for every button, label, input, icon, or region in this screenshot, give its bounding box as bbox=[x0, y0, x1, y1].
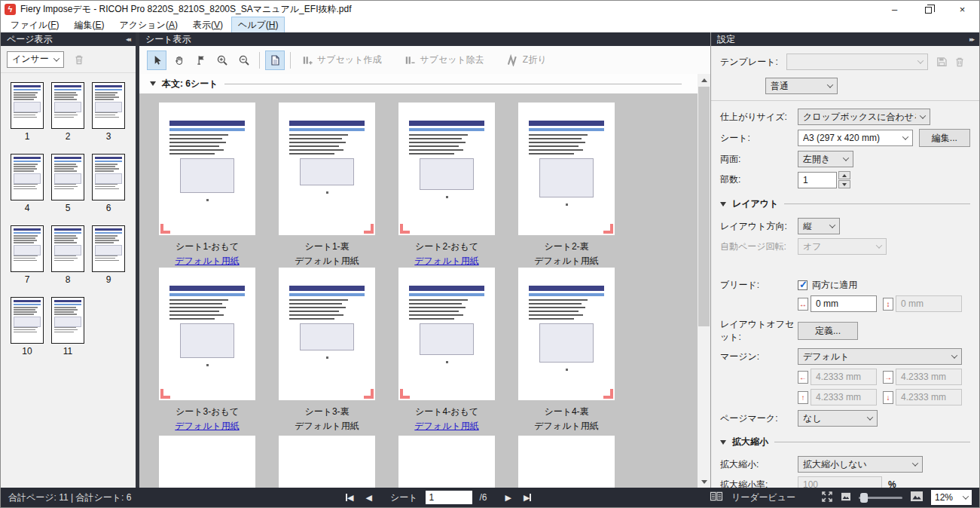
sheet-item[interactable]: シート3-裏デフォルト用紙 bbox=[279, 268, 375, 433]
subset-remove-button[interactable]: サブセット除去 bbox=[398, 54, 488, 66]
page-mark-dropdown[interactable]: なし bbox=[798, 410, 878, 427]
subset-create-button[interactable]: サブセット作成 bbox=[296, 54, 386, 66]
sheet-preview[interactable] bbox=[279, 268, 375, 400]
sheet-preview[interactable] bbox=[159, 268, 255, 400]
sheet-preview[interactable] bbox=[159, 103, 255, 235]
scale-dropdown[interactable]: 拡大縮小しない bbox=[798, 456, 923, 473]
pan-tool-button[interactable] bbox=[169, 50, 188, 70]
page-thumbnail[interactable]: 2 bbox=[51, 82, 84, 142]
menu-action[interactable]: アクション(A) bbox=[112, 17, 184, 34]
copies-decrement-button[interactable] bbox=[838, 180, 850, 188]
zoom-slider[interactable] bbox=[859, 497, 902, 499]
save-template-icon[interactable] bbox=[936, 56, 948, 68]
expand-panel-icon[interactable]: ▸▸ bbox=[969, 35, 973, 43]
bleed-horizontal-input[interactable]: 0 mm bbox=[811, 295, 877, 312]
minimize-button[interactable]: – bbox=[878, 1, 911, 17]
page-thumbnail[interactable]: 3 bbox=[92, 82, 125, 142]
sheet-item[interactable]: シート4-おもてデフォルト用紙 bbox=[398, 268, 495, 433]
zoom-in-tool-button[interactable] bbox=[212, 50, 232, 70]
sheet-preview[interactable] bbox=[518, 268, 615, 400]
restore-button[interactable] bbox=[911, 1, 945, 17]
template-label: テンプレート: bbox=[720, 56, 786, 69]
duplex-dropdown[interactable]: 左開き bbox=[798, 151, 853, 167]
sheet-item[interactable]: シート4-裏デフォルト用紙 bbox=[518, 268, 615, 433]
first-sheet-button[interactable]: ◀ bbox=[346, 493, 353, 503]
collapse-panel-icon[interactable]: ◂◂ bbox=[126, 35, 130, 43]
z-fold-button[interactable]: Z折り bbox=[502, 54, 551, 66]
page-thumbnail[interactable]: 5 bbox=[51, 154, 84, 213]
template-dropdown[interactable] bbox=[786, 54, 928, 70]
sheet-item-partial[interactable] bbox=[398, 433, 495, 488]
layout-offset-label: レイアウトオフセット: bbox=[720, 318, 798, 344]
zoom-slider-thumb[interactable] bbox=[860, 493, 868, 503]
zoom-out-image-icon[interactable] bbox=[841, 492, 851, 503]
sheet-preview[interactable] bbox=[398, 268, 495, 400]
sheet-canvas[interactable]: シート1-おもてデフォルト用紙シート1-裏デフォルト用紙シート2-おもてデフォル… bbox=[139, 93, 710, 488]
finish-size-dropdown[interactable]: クロップボックスに合わせる bbox=[798, 109, 930, 125]
scrollbar-thumb[interactable] bbox=[698, 87, 710, 326]
sheet-item[interactable]: シート3-おもてデフォルト用紙 bbox=[159, 268, 255, 433]
close-button[interactable]: × bbox=[945, 1, 979, 17]
sheet-item[interactable]: シート2-裏デフォルト用紙 bbox=[518, 103, 615, 268]
copies-input[interactable]: 1 bbox=[798, 172, 837, 188]
sheet-number-input[interactable] bbox=[426, 491, 472, 504]
page-thumbnail[interactable]: 7 bbox=[11, 225, 44, 285]
page-thumbnail[interactable]: 8 bbox=[51, 225, 84, 285]
next-sheet-button[interactable]: ▶ bbox=[505, 493, 511, 503]
sheet-content-view-button[interactable] bbox=[265, 50, 285, 70]
sheet-media-link[interactable]: デフォルト用紙 bbox=[159, 420, 255, 433]
page-thumbnail[interactable]: 10 bbox=[11, 297, 44, 357]
page-thumbnail[interactable]: 1 bbox=[11, 82, 44, 142]
sheet-item[interactable]: シート2-おもてデフォルト用紙 bbox=[398, 103, 495, 268]
scroll-down-arrow[interactable] bbox=[698, 476, 710, 488]
bleed-both-checkbox[interactable]: ✓ bbox=[798, 280, 808, 290]
reader-view-label[interactable]: リーダービュー bbox=[731, 491, 795, 504]
zoom-in-image-icon[interactable] bbox=[910, 491, 924, 504]
page-thumbnail[interactable]: 9 bbox=[92, 225, 125, 285]
insert-dropdown[interactable]: インサート bbox=[7, 51, 64, 68]
menubar: ファイル(F)編集(E)アクション(A)表示(V)ヘルプ(H) bbox=[1, 17, 979, 32]
sheet-item-partial[interactable] bbox=[159, 433, 255, 488]
margin-dropdown[interactable]: デフォルト bbox=[798, 348, 962, 365]
last-sheet-button[interactable]: ▶ bbox=[524, 493, 531, 503]
sheet-item-partial[interactable] bbox=[518, 433, 615, 488]
sheet-item-partial[interactable] bbox=[279, 433, 375, 488]
measure-tool-button[interactable] bbox=[191, 50, 210, 70]
sheet-media: デフォルト用紙 bbox=[518, 420, 615, 433]
layout-section-header[interactable]: レイアウト bbox=[720, 197, 970, 210]
menu-file[interactable]: ファイル(F) bbox=[4, 17, 66, 34]
menu-help[interactable]: ヘルプ(H) bbox=[231, 17, 285, 34]
delete-template-icon[interactable] bbox=[954, 56, 966, 68]
window-title: Fiery Imposeデモ - RICOH Pro 8220S_8210S_8… bbox=[20, 3, 351, 16]
sheet-item[interactable]: シート1-おもてデフォルト用紙 bbox=[159, 103, 255, 268]
reader-view-icon[interactable] bbox=[709, 491, 724, 504]
select-tool-button[interactable] bbox=[147, 50, 166, 70]
sheet-preview[interactable] bbox=[518, 103, 615, 235]
sheet-preview[interactable] bbox=[398, 103, 495, 235]
menu-view[interactable]: 表示(V) bbox=[186, 17, 230, 34]
edit-sheet-button[interactable]: 編集... bbox=[919, 129, 970, 147]
zoom-level-dropdown[interactable]: 12% bbox=[931, 490, 972, 505]
trash-icon[interactable] bbox=[73, 54, 85, 66]
scroll-up-arrow[interactable] bbox=[698, 74, 710, 86]
vertical-scrollbar[interactable] bbox=[698, 74, 710, 488]
page-thumbnail[interactable]: 6 bbox=[92, 154, 125, 213]
sheet-media-link[interactable]: デフォルト用紙 bbox=[159, 255, 255, 268]
sheet-preview[interactable] bbox=[279, 103, 375, 235]
sheet-media-link[interactable]: デフォルト用紙 bbox=[398, 255, 495, 268]
body-section-header[interactable]: 本文: 6シート bbox=[139, 74, 710, 93]
fit-to-window-icon[interactable] bbox=[821, 491, 833, 505]
copies-increment-button[interactable] bbox=[838, 171, 850, 179]
menu-edit[interactable]: 編集(E) bbox=[67, 17, 111, 34]
page-thumbnail[interactable]: 11 bbox=[51, 297, 84, 357]
sheet-item[interactable]: シート1-裏デフォルト用紙 bbox=[279, 103, 375, 268]
sheet-media-link[interactable]: デフォルト用紙 bbox=[398, 420, 495, 433]
page-thumbnail[interactable]: 4 bbox=[11, 154, 44, 213]
layout-direction-dropdown[interactable]: 縦 bbox=[798, 218, 840, 234]
scale-section-header[interactable]: 拡大縮小 bbox=[720, 436, 970, 448]
define-offset-button[interactable]: 定義... bbox=[798, 322, 858, 340]
sheet-size-dropdown[interactable]: A3 (297 x 420 mm) bbox=[798, 130, 913, 146]
zoom-out-tool-button[interactable] bbox=[234, 50, 254, 70]
prev-sheet-button[interactable]: ◀ bbox=[365, 493, 371, 503]
mode-dropdown[interactable]: 普通 bbox=[765, 78, 838, 94]
